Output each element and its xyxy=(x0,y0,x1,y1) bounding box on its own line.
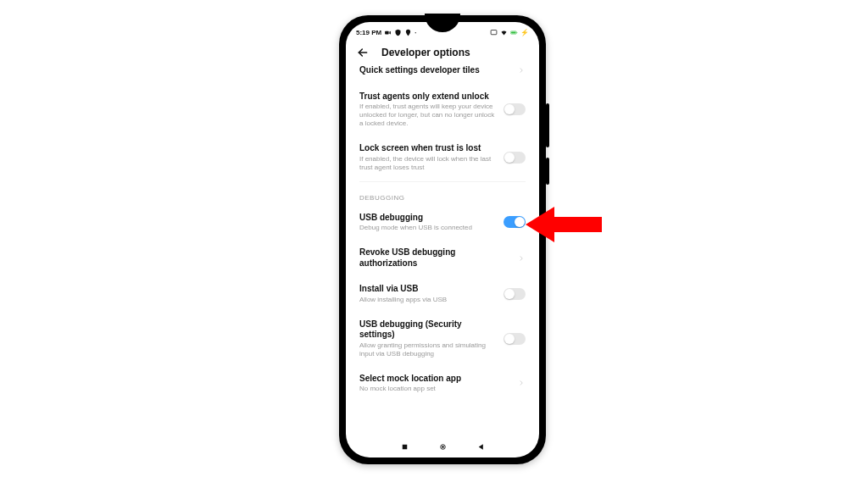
section-header-debugging: DEBUGGING xyxy=(359,184,526,205)
row-subtitle: No mock location app set xyxy=(359,385,510,393)
toggle-install-usb[interactable] xyxy=(504,288,526,300)
status-bar: 5:19 PM · ⚡ xyxy=(346,22,539,41)
svg-marker-8 xyxy=(526,207,602,242)
charge-icon: ⚡ xyxy=(520,29,529,36)
recents-button[interactable] xyxy=(400,442,409,452)
settings-list[interactable]: Quick settings developer tiles Trust age… xyxy=(346,63,539,439)
chevron-right-icon xyxy=(517,66,526,75)
svg-rect-3 xyxy=(511,31,516,33)
volume-button xyxy=(546,103,549,147)
row-lock-when-trust-lost[interactable]: Lock screen when trust is lost If enable… xyxy=(359,136,526,180)
row-subtitle: If enabled, the device will lock when th… xyxy=(359,155,497,172)
row-trust-agents[interactable]: Trust agents only extend unlock If enabl… xyxy=(359,84,526,136)
row-subtitle: Allow granting permissions and simulatin… xyxy=(359,341,497,358)
row-title: Lock screen when trust is lost xyxy=(359,143,497,154)
row-title: Select mock location app xyxy=(359,374,510,385)
annotation-arrow xyxy=(526,195,602,254)
wifi-icon xyxy=(500,29,508,36)
home-button[interactable] xyxy=(438,442,448,452)
chevron-right-icon xyxy=(517,379,526,387)
row-revoke-usb-auth[interactable]: Revoke USB debugging authorizations xyxy=(359,240,526,276)
back-button[interactable] xyxy=(356,46,370,59)
svg-rect-4 xyxy=(517,31,518,32)
back-nav-button[interactable] xyxy=(476,442,486,452)
svg-point-7 xyxy=(442,446,443,447)
toggle-usb-debugging[interactable] xyxy=(504,216,526,228)
location-icon xyxy=(404,29,412,36)
row-quick-settings-tiles[interactable]: Quick settings developer tiles xyxy=(359,63,526,84)
row-subtitle: Allow installing apps via USB xyxy=(359,296,497,304)
cast-icon xyxy=(490,29,498,36)
status-time: 5:19 PM xyxy=(356,29,381,36)
row-title: Install via USB xyxy=(359,284,497,295)
row-mock-location[interactable]: Select mock location app No mock locatio… xyxy=(359,366,526,402)
chevron-right-icon xyxy=(517,254,526,263)
toggle-usb-security[interactable] xyxy=(504,333,526,345)
row-title: Revoke USB debugging authorizations xyxy=(359,247,510,269)
svg-rect-5 xyxy=(402,444,407,449)
android-nav-bar xyxy=(346,439,539,454)
row-subtitle: Debug mode when USB is connected xyxy=(359,224,497,232)
row-usb-debug-security[interactable]: USB debugging (Security settings) Allow … xyxy=(359,312,526,366)
row-title: USB debugging (Security settings) xyxy=(359,319,497,341)
divider xyxy=(359,181,526,182)
battery-icon xyxy=(510,29,518,36)
row-install-via-usb[interactable]: Install via USB Allow installing apps vi… xyxy=(359,276,526,312)
svg-rect-1 xyxy=(491,30,497,34)
shield-icon xyxy=(394,29,402,36)
svg-rect-0 xyxy=(385,30,389,34)
video-icon xyxy=(384,29,392,36)
phone-frame: 5:19 PM · ⚡ Developer options xyxy=(339,15,546,464)
row-title: USB debugging xyxy=(359,213,497,224)
arrow-left-icon xyxy=(356,46,370,59)
row-title: Trust agents only extend unlock xyxy=(359,92,497,103)
row-usb-debugging[interactable]: USB debugging Debug mode when USB is con… xyxy=(359,205,526,241)
row-subtitle: If enabled, trust agents will keep your … xyxy=(359,103,497,128)
row-title: Quick settings developer tiles xyxy=(359,65,510,76)
power-button xyxy=(546,158,549,185)
stage: 5:19 PM · ⚡ Developer options xyxy=(0,0,868,488)
page-title: Developer options xyxy=(381,47,470,58)
toggle-trust-agents[interactable] xyxy=(504,103,526,115)
status-dot: · xyxy=(415,30,416,36)
phone-screen: 5:19 PM · ⚡ Developer options xyxy=(346,22,539,458)
toggle-lock-trust[interactable] xyxy=(504,152,526,164)
